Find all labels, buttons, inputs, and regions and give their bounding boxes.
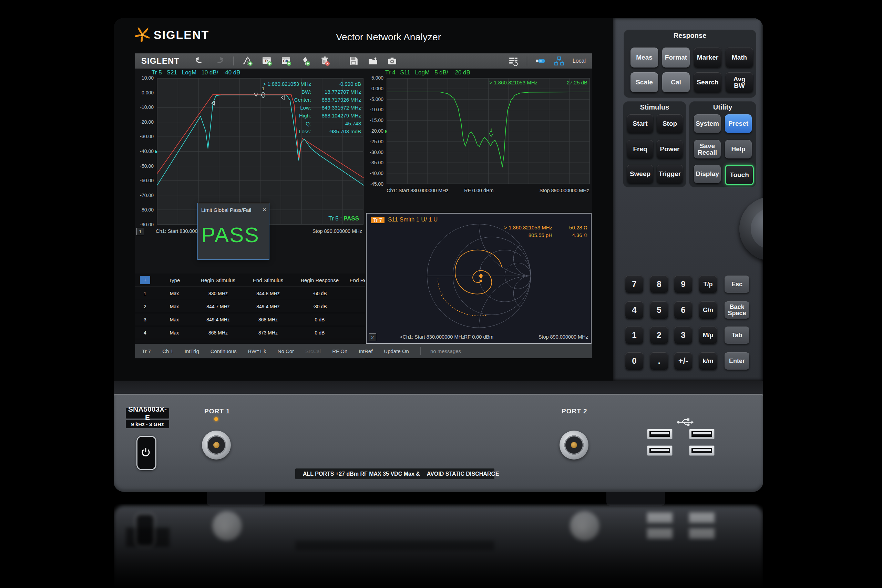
key-2[interactable]: 2	[650, 327, 668, 344]
delete-icon[interactable]	[320, 56, 330, 66]
key-4[interactable]: 4	[626, 302, 643, 319]
key-km[interactable]: k/m	[699, 352, 717, 370]
smith-footer: 2 >Ch1: Start 830.000000 MHz RF 0.00 dBm…	[367, 333, 591, 342]
screenshot-camera-icon[interactable]	[387, 56, 397, 66]
add-limit-button[interactable]: +	[140, 276, 150, 284]
stop-button[interactable]: Stop	[657, 114, 683, 133]
vna-screen: SIGLENT Tr Ch	[135, 53, 592, 344]
limit-table-row[interactable]: 3Max849.4 MHz868 MHz0 dB	[135, 313, 365, 326]
chart-s11-plot: 1 > 1:860.821053 MHz-27.25 dB	[387, 78, 590, 184]
usb-device-icon[interactable]	[536, 56, 546, 66]
key-+[interactable]: +/-	[674, 352, 692, 370]
save-recall-button[interactable]: Save Recall	[694, 140, 721, 159]
key-enter[interactable]: Enter	[724, 352, 749, 370]
screen-toolbar: SIGLENT Tr Ch	[135, 53, 592, 69]
marker-readout-line: Loss:-985.703 mdB	[248, 129, 361, 134]
window-layout-icon[interactable]	[508, 56, 519, 66]
marker-button[interactable]: Marker	[694, 48, 722, 68]
status-item: Continuous	[210, 348, 237, 354]
open-folder-icon[interactable]	[368, 56, 378, 66]
key-1[interactable]: 1	[626, 327, 643, 344]
key-3[interactable]: 3	[674, 327, 692, 344]
key-tab[interactable]: Tab	[724, 327, 749, 344]
save-icon[interactable]	[348, 56, 358, 66]
svg-text:1: 1	[480, 267, 482, 272]
touch-button[interactable]: Touch	[725, 165, 754, 185]
smith-trace-dashed	[438, 278, 443, 295]
redo-icon[interactable]	[214, 56, 224, 66]
rotary-knob[interactable]	[740, 197, 763, 261]
key-m[interactable]: M/µ	[699, 327, 717, 344]
avg-bw-button[interactable]: Avg BW	[726, 72, 753, 92]
trace-label: Tr 4	[385, 69, 396, 76]
limit-cell: 868 MHz	[243, 317, 294, 322]
chart-s11-marker-readout: > 1:860.821053 MHz-27.25 dB	[474, 80, 587, 86]
y-tick-label: -20.00	[370, 128, 384, 134]
help-button[interactable]: Help	[725, 140, 752, 159]
y-tick-label: 10.00	[142, 75, 154, 81]
limit-cell: 1	[135, 291, 155, 296]
marker-readout-value: -985.703 mdB	[315, 129, 361, 134]
active-trace-badge[interactable]: Tr 7	[371, 217, 384, 223]
key-9[interactable]: 9	[674, 276, 692, 293]
key-7[interactable]: 7	[626, 276, 643, 293]
start-button[interactable]: Start	[627, 114, 653, 133]
sweep-button[interactable]: Sweep	[627, 165, 653, 183]
dialog-close-icon[interactable]: ×	[262, 206, 266, 214]
key-tp[interactable]: T/p	[699, 276, 717, 293]
key-5[interactable]: 5	[650, 302, 668, 319]
marker-readout-value: 45.743	[315, 120, 361, 126]
cal-button[interactable]: Cal	[662, 72, 690, 92]
math-button[interactable]: Math	[726, 48, 753, 68]
format-button[interactable]: Format	[662, 48, 690, 68]
limit-column-header: Begin Response	[294, 277, 346, 283]
add-marker-icon[interactable]	[300, 56, 311, 66]
search-button[interactable]: Search	[694, 72, 722, 92]
marker-readout-value: 849.331572 MHz	[315, 105, 361, 111]
lan-network-icon[interactable]	[554, 56, 564, 66]
system-button[interactable]: System	[694, 114, 721, 133]
key-6[interactable]: 6	[674, 302, 692, 319]
stop-frequency-label: Stop 890.000000 MHz	[312, 228, 362, 234]
y-tick-label: 0.000	[142, 90, 154, 95]
add-trace-curve-icon[interactable]	[243, 56, 253, 66]
marker-readout-label: BW:	[248, 89, 315, 95]
status-item: BW=1 k	[248, 348, 266, 354]
undo-icon[interactable]	[195, 56, 205, 66]
display-button[interactable]: Display	[694, 165, 721, 183]
preset-button[interactable]: Preset	[725, 114, 752, 133]
limit-table-row[interactable]: 1Max830 MHz844.8 MHz-60 dB	[135, 287, 365, 300]
pass-value: PASS	[344, 215, 359, 222]
limit-cell: 873 MHz	[243, 330, 294, 336]
chart-s11: Tr 4 S11 LogM 5 dB/ -20 dB 5.0000.000-5.…	[366, 69, 592, 212]
marker-readout-value: 4.36 Ω	[557, 232, 587, 238]
scale-button[interactable]: Scale	[630, 72, 658, 92]
key-esc[interactable]: Esc	[724, 276, 749, 293]
key-0[interactable]: 0	[626, 352, 643, 370]
marker-readout-line: Low:849.331572 MHz	[248, 105, 361, 111]
status-item: No Cor	[278, 348, 294, 354]
key-8[interactable]: 8	[650, 276, 668, 293]
add-channel-icon[interactable]: Ch	[281, 56, 291, 66]
limit-table-row[interactable]: 2Max844.7 MHz849.4 MHz-30 dB	[135, 300, 365, 313]
numeric-keypad: 789T/p456G/n123M/µ0.+/-k/mEscBack SpaceT…	[624, 274, 756, 374]
meas-label: S11	[400, 69, 410, 76]
freq-button[interactable]: Freq	[627, 140, 653, 159]
brand-logo-text: SIGLENT	[154, 28, 209, 42]
key-gn[interactable]: G/n	[699, 302, 717, 319]
limit-cell: 2	[135, 304, 155, 309]
marker-readout-label: Low:	[248, 105, 315, 111]
meas-button[interactable]: Meas	[630, 48, 658, 68]
table-reflection	[114, 504, 763, 588]
power-button[interactable]: Power	[657, 140, 683, 159]
key-[interactable]: .	[650, 352, 668, 370]
y-tick-label: -60.00	[140, 178, 154, 183]
key-back-space[interactable]: Back Space	[724, 302, 749, 319]
instrument-chassis: SIGLENT Vector Network Analyzer SIGLENT	[114, 18, 763, 381]
add-trace-window-icon[interactable]: Tr	[262, 56, 272, 66]
marker-readout-line: Center:858.717926 MHz	[248, 97, 361, 103]
front-connector-panel: SNA5003X-E 9 kHz - 3 GHz PORT 1 PORT 2	[114, 394, 763, 492]
limit-table-row[interactable]: 4Max868 MHz873 MHz0 dB	[135, 326, 365, 339]
trigger-button[interactable]: Trigger	[657, 165, 683, 183]
power-button[interactable]	[136, 436, 156, 470]
